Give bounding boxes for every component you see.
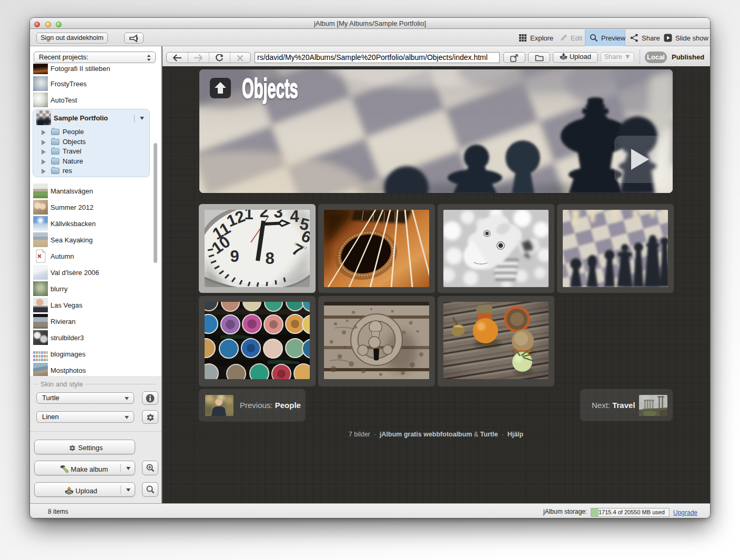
svg-text:3: 3 (273, 210, 282, 221)
svg-text:9: 9 (230, 247, 239, 266)
svg-text:1: 1 (244, 210, 253, 223)
svg-text:2: 2 (259, 210, 268, 221)
svg-text:4: 4 (290, 210, 299, 226)
svg-text:8: 8 (265, 249, 274, 268)
